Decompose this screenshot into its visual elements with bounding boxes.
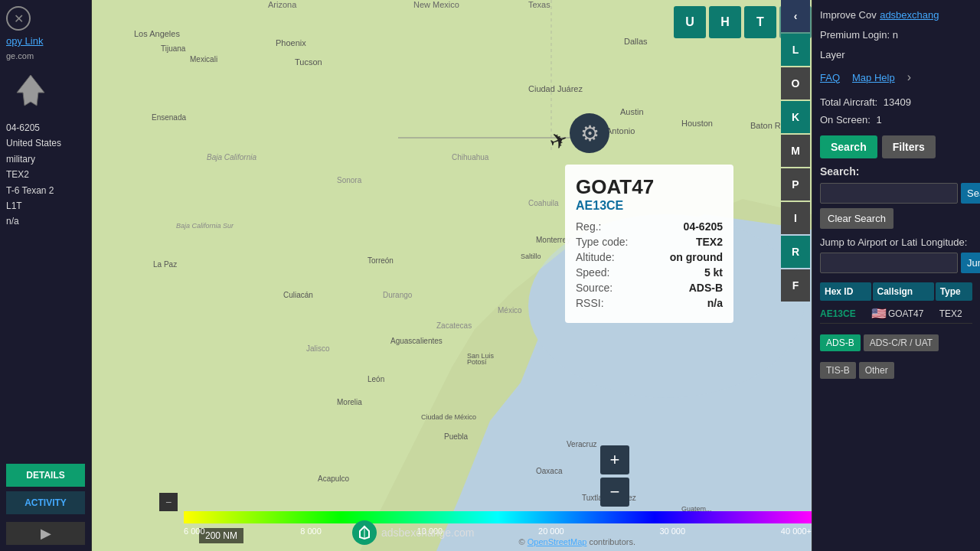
premium-label: Premium Login: n [820, 29, 898, 41]
state-label-sonora: Sonora [337, 176, 361, 184]
source-filter-row-2: TIS-B Other [820, 362, 972, 379]
sidebar-btn-k[interactable]: K [781, 101, 810, 133]
sidebar-btn-r[interactable]: R [781, 236, 810, 268]
state-label-az: Arizona [268, 0, 296, 9]
city-label-acapulco: Acapulco [318, 474, 349, 483]
filters-button[interactable]: Filters [882, 135, 936, 158]
nav-separator: › [907, 70, 911, 84]
logo-icon [352, 520, 377, 545]
altitude-labels: 6 000 8 000 10 000 20 000 30 000 40 000+ [184, 527, 812, 536]
svg-marker-0 [17, 75, 44, 106]
improve-coverage-link[interactable]: adsbexchang [880, 9, 939, 21]
zoom-out-button[interactable]: − [600, 478, 629, 507]
sidebar-btn-p[interactable]: P [781, 168, 810, 201]
map-btn-t[interactable]: T [744, 6, 776, 38]
cell-type: TEX2 [939, 308, 972, 319]
map-btn-u[interactable]: U [674, 6, 706, 38]
website-url: ge.com [6, 51, 85, 60]
col-header-type[interactable]: Type [936, 282, 972, 301]
clear-search-button[interactable]: Clear Search [820, 208, 893, 229]
copy-link[interactable]: opy Link [6, 35, 85, 47]
layer-label: Layer [820, 49, 845, 60]
state-label-nm: New Mexico [413, 0, 459, 9]
right-sidebar: Improve Cov adsbexchang Premium Login: n… [812, 0, 980, 551]
aircraft-name-value: T-6 Texan 2 [6, 183, 85, 198]
state-label-bajacal: Baja California [207, 153, 256, 161]
sidebar-nav-left-button[interactable]: ‹ [781, 0, 810, 32]
city-label-tijuana: Tijuana [161, 44, 185, 53]
play-button[interactable]: ▶ [6, 522, 85, 545]
popup-type-value: TEX2 [696, 236, 723, 248]
popup-callsign: GOAT47 [576, 175, 723, 199]
layer-area: Layer [820, 47, 972, 61]
details-button[interactable]: DETAILS [6, 464, 85, 487]
left-sidebar: ✕ opy Link ge.com 04-6205 United States … [0, 0, 92, 551]
stats-area: Total Aircraft: 13409 On Screen: 1 [820, 93, 972, 129]
table-row[interactable]: AE13CE 🇺🇸 GOAT47 TEX2 [820, 304, 972, 324]
source-adsc-button[interactable]: ADS-C/R / UAT [864, 334, 939, 351]
alt-label-6: 40 000+ [781, 527, 812, 536]
source-adsb-button[interactable]: ADS-B [820, 334, 861, 351]
col-header-hex[interactable]: Hex ID [820, 282, 871, 301]
city-label-houston: Houston [681, 119, 713, 128]
faq-link[interactable]: FAQ [820, 72, 840, 83]
search-go-button[interactable]: Sear [961, 183, 980, 204]
zoom-in-button[interactable]: + [600, 445, 629, 474]
city-label-veracruz: Veracruz [567, 440, 596, 448]
source-tisb-button[interactable]: TIS-B [820, 362, 856, 379]
collapse-left-button[interactable]: − [159, 493, 178, 511]
search-button[interactable]: Search [820, 135, 877, 158]
sidebar-btn-i[interactable]: I [781, 202, 810, 234]
col-header-callsign[interactable]: Callsign [873, 282, 934, 301]
source-other-button[interactable]: Other [859, 362, 894, 379]
alt-label-5: 30 000 [659, 527, 685, 536]
popup-alt-value: on ground [670, 251, 723, 263]
osm-link[interactable]: OpenStreetMap [528, 537, 587, 546]
gear-icon: ⚙ [580, 121, 599, 146]
city-label-mexicali: Mexicali [190, 55, 217, 64]
map-container[interactable]: Los Angeles Phoenix Tucson New Mexico Ar… [92, 0, 812, 551]
popup-source-label: Source: [576, 282, 612, 294]
close-icon: ✕ [14, 11, 24, 26]
popup-type-label: Type code: [576, 236, 629, 248]
popup-reg-value: 04-6205 [684, 220, 723, 233]
settings-gear-button[interactable]: ⚙ [570, 113, 609, 153]
sidebar-btn-l[interactable]: L [781, 34, 810, 66]
city-label-culiacan: Culiacán [283, 291, 313, 299]
city-label-ensenada: Ensenada [152, 113, 186, 122]
map-side-buttons: ‹ L O K M P I R F [781, 0, 810, 302]
state-label-coahuila: Coahuila [528, 199, 558, 207]
city-label-torreon: Torreón [368, 256, 394, 265]
close-button[interactable]: ✕ [6, 6, 31, 31]
logo-svg [357, 525, 372, 540]
on-screen-label: On Screen: [820, 114, 871, 126]
search-input[interactable] [820, 183, 958, 204]
city-label-juarez: Ciudad Juárez [528, 84, 583, 93]
state-label-mexico: México [498, 306, 522, 315]
cell-flag: 🇺🇸 [871, 306, 887, 321]
jump-input[interactable] [820, 253, 958, 273]
osm-credit: © OpenStreetMap contributors. [519, 537, 635, 546]
altitude-color-bar [184, 511, 812, 523]
longitude-label: Longitude: [921, 236, 968, 248]
state-label-tx: Texas [528, 0, 550, 9]
city-label-phoenix: Phoenix [276, 38, 306, 47]
sidebar-btn-f[interactable]: F [781, 269, 810, 302]
search-section-label: Search: [820, 165, 859, 178]
state-label-durango: Durango [383, 291, 412, 299]
popup-hex: AE13CE [576, 199, 723, 213]
city-label-puebla: Puebla [444, 432, 468, 441]
rssi-value: n/a [6, 214, 85, 229]
map-btn-h[interactable]: H [709, 6, 741, 38]
city-label-aguascalientes: Aguascalientes [390, 337, 443, 345]
jump-button[interactable]: Jump [961, 253, 980, 273]
activity-button[interactable]: ACTIVITY [6, 491, 85, 514]
type-code-value: TEX2 [6, 167, 85, 182]
city-label-cdmx: Ciudad de México [421, 413, 476, 421]
state-label-chihuahua: Chihuahua [452, 153, 488, 161]
total-aircraft-value: 13409 [884, 96, 911, 108]
sidebar-btn-o[interactable]: O [781, 67, 810, 99]
sidebar-btn-m[interactable]: M [781, 135, 810, 167]
map-help-link[interactable]: Map Help [852, 72, 895, 83]
state-label-bajacalsur: Baja California Sur [176, 222, 234, 230]
